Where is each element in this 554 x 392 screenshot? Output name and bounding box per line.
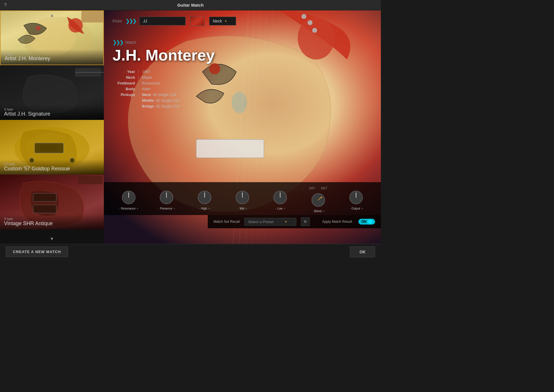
svg-rect-16 bbox=[33, 205, 56, 213]
year-label: Year bbox=[113, 69, 138, 74]
list-icon-glyph: ≡ bbox=[304, 219, 306, 224]
apply-match-toggle[interactable]: ON bbox=[358, 219, 375, 225]
high-label: High bbox=[201, 207, 207, 210]
blend-minus: - bbox=[312, 210, 313, 213]
mid-label: Mid bbox=[240, 207, 244, 210]
svg-point-30 bbox=[312, 28, 317, 33]
pickup-thumbnail: ▪ bbox=[189, 16, 206, 26]
neck-dropdown[interactable]: Neck ▼ bbox=[209, 17, 236, 25]
bridge-pickup-coil: : 60 Single Coil bbox=[154, 104, 179, 108]
mid-knob[interactable] bbox=[235, 190, 250, 205]
create-new-match-button[interactable]: CREATE A NEW MATCH bbox=[6, 246, 68, 257]
match-section: ❯❯❯ Match J.H. Monterey Year 1967 Neck M… bbox=[113, 39, 215, 110]
svg-point-3 bbox=[68, 18, 83, 33]
neck-spec-label: Neck bbox=[113, 75, 138, 80]
svg-point-50 bbox=[242, 191, 243, 192]
presence-knob[interactable] bbox=[159, 190, 174, 205]
blend-knob[interactable] bbox=[310, 192, 326, 208]
low-knob-container: - Low + bbox=[270, 190, 290, 210]
resonance-minus: - bbox=[119, 207, 120, 210]
spec-row-bridge-pickup: Bridge: 60 Single Coil bbox=[113, 104, 215, 108]
low-knob-label-row: - Low + bbox=[275, 207, 286, 210]
low-plus: + bbox=[284, 207, 285, 210]
help-button[interactable]: ? bbox=[4, 3, 7, 8]
mid-knob-label-row: - Mid + bbox=[237, 207, 247, 210]
output-knob[interactable] bbox=[348, 190, 364, 205]
guitar-name-monterey: Artist J.H. Monterey bbox=[5, 56, 99, 62]
neck-dropdown-arrow-icon: ▼ bbox=[224, 20, 227, 23]
low-label: Low bbox=[277, 207, 282, 210]
preset-dropdown-label: Select a Preset bbox=[248, 220, 274, 224]
guitar-item-goldtop[interactable]: LP type Custom '57 Goldtop Reissue bbox=[0, 120, 104, 175]
blend-plus: + bbox=[323, 210, 324, 213]
high-knob-label-row: - High + bbox=[199, 207, 210, 210]
svg-point-20 bbox=[232, 92, 247, 113]
spec-row-middle-pickup: Middle: 60 Single Coil bbox=[113, 98, 215, 103]
on-toggle-label: ON bbox=[361, 220, 366, 224]
middle-pickup-coil: : 60 Single Coil bbox=[154, 98, 179, 103]
match-set-recall-label: Match Set Recall bbox=[214, 220, 240, 224]
spec-row-fretboard: Fretboard Rosewood bbox=[113, 81, 215, 85]
spec-row-body: Body Alder bbox=[113, 87, 215, 91]
preset-dropdown-arrow-icon: ▼ bbox=[285, 220, 287, 223]
preset-dropdown[interactable]: Select a Preset ▼ bbox=[244, 218, 296, 226]
neck-pickup-coil: : 60 Single Coil bbox=[151, 93, 176, 97]
year-value: 1967 bbox=[138, 69, 150, 74]
apply-match-label: Apply Match Result bbox=[322, 220, 352, 224]
list-icon-button[interactable]: ≡ bbox=[301, 217, 310, 226]
specs-table: Year 1967 Neck Maple Fretboard Rosewood … bbox=[113, 69, 215, 108]
blend-labels: DRY WET bbox=[309, 187, 327, 190]
guitar-name-antique: Vintage SHR Antique bbox=[4, 220, 100, 227]
resonance-knob-container: - Resonance + bbox=[119, 190, 139, 210]
main-layout: ▲ S type bbox=[0, 10, 381, 244]
mid-plus: + bbox=[246, 207, 247, 210]
svg-rect-27 bbox=[196, 140, 264, 158]
guitar-item-signature[interactable]: S type Artist J.H. Signature bbox=[0, 65, 104, 120]
blend-label: Blend bbox=[314, 210, 322, 213]
guitar-item-monterey[interactable]: S type Artist J.H. Monterey bbox=[0, 10, 104, 65]
right-panel: From ❯❯❯ JJ ▪ Neck ▼ ❯❯❯ Match J.H. Mont… bbox=[104, 10, 381, 244]
app-title: Guitar Match bbox=[177, 3, 204, 7]
wet-label: WET bbox=[321, 187, 327, 190]
scroll-down-button[interactable]: ▼ bbox=[50, 236, 54, 242]
mid-minus: - bbox=[237, 207, 238, 210]
presence-knob-container: - Presence + bbox=[156, 190, 177, 210]
knobs-section: - Resonance + - bbox=[104, 182, 381, 215]
neck-spec-value: Maple bbox=[138, 75, 152, 80]
resonance-label: Resonance bbox=[121, 207, 136, 210]
body-label: Body bbox=[113, 87, 138, 91]
high-knob[interactable] bbox=[197, 190, 212, 205]
match-arrows-icon: ❯❯❯ bbox=[113, 39, 123, 46]
high-plus: + bbox=[208, 207, 210, 210]
presence-label: Presence bbox=[160, 207, 172, 210]
fretboard-label: Fretboard bbox=[113, 81, 138, 85]
from-arrows-icon: ❯❯❯ bbox=[126, 18, 136, 24]
fretboard-value: Rosewood bbox=[138, 81, 160, 85]
match-label-row: ❯❯❯ Match bbox=[113, 39, 215, 46]
match-guitar-name: J.H. Monterey bbox=[113, 47, 215, 64]
svg-point-18 bbox=[298, 16, 335, 59]
svg-point-29 bbox=[308, 20, 312, 25]
output-knob-label-row: - Output + bbox=[349, 207, 363, 210]
guitar-item-overlay-signature: S type Artist J.H. Signature bbox=[0, 105, 104, 120]
low-minus: - bbox=[275, 207, 276, 210]
spec-row-year: Year 1967 bbox=[113, 69, 215, 74]
svg-point-40 bbox=[166, 191, 167, 192]
guitar-item-antique[interactable]: S type Vintage SHR Antique bbox=[0, 175, 104, 229]
low-knob[interactable] bbox=[272, 190, 288, 205]
middle-pickup-label: Middle bbox=[142, 98, 154, 103]
bottom-controls: Match Set Recall Select a Preset ▼ ≡ App… bbox=[208, 215, 381, 228]
scroll-up-button[interactable]: ▲ bbox=[50, 13, 54, 18]
guitar-type-antique: S type bbox=[4, 217, 100, 220]
from-input[interactable]: JJ bbox=[139, 17, 186, 25]
dry-label: DRY bbox=[309, 187, 315, 190]
footer: CREATE A NEW MATCH OK bbox=[0, 244, 381, 259]
spec-row-neck: Neck Maple bbox=[113, 75, 215, 80]
neck-pickup-value: Neck: 60 Single Coil bbox=[138, 93, 176, 97]
ok-button[interactable]: OK bbox=[350, 246, 375, 257]
blend-knob-container: DRY WET - Blend + bbox=[308, 187, 328, 213]
guitar-name-goldtop: Custom '57 Goldtop Reissue bbox=[4, 166, 100, 172]
presence-plus: + bbox=[173, 207, 175, 210]
resonance-knob[interactable] bbox=[121, 190, 136, 205]
resonance-knob-label-row: - Resonance + bbox=[119, 207, 138, 210]
